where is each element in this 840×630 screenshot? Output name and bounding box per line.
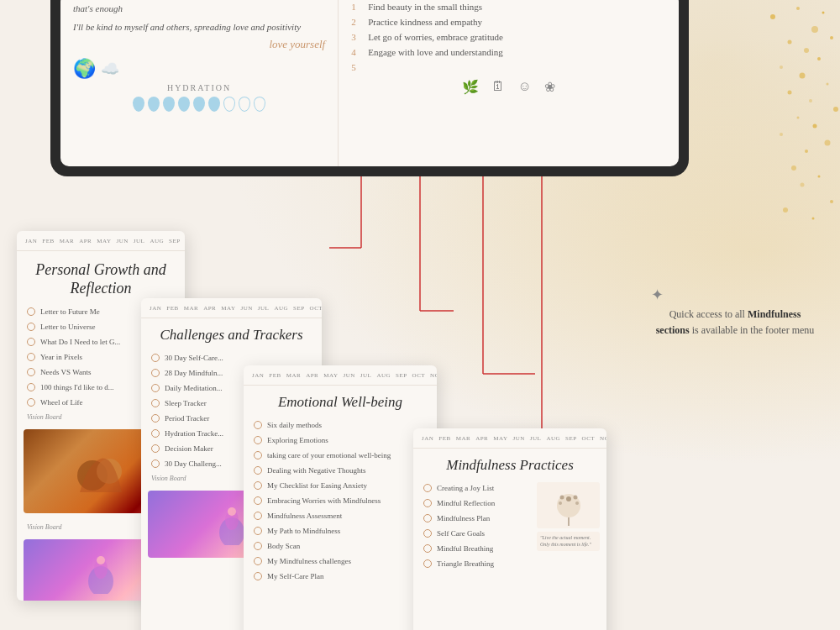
drop-3 — [163, 97, 175, 112]
hydration-label: HYDRATION — [73, 83, 325, 92]
challenges-title: Challenges and Trackers — [141, 318, 322, 350]
bullet-icon — [151, 414, 160, 423]
emotional-item-10[interactable]: My Mindfulness challenges — [244, 554, 437, 569]
svg-point-13 — [833, 107, 838, 112]
bullet-icon — [254, 481, 262, 490]
bullet-icon — [151, 384, 160, 392]
svg-point-17 — [825, 140, 831, 146]
tablet-item-2: 2 Practice kindness and empathy — [351, 17, 666, 27]
emotional-item-6[interactable]: Embracing Worries with Mindfulness — [244, 493, 437, 508]
emotional-item-7[interactable]: Mindfulness Assessment — [244, 508, 437, 523]
svg-point-19 — [791, 165, 796, 171]
smile-icon: ☺ — [517, 79, 531, 95]
bullet-icon — [423, 499, 432, 507]
bullet-icon — [254, 527, 262, 535]
tablet-text2: I'll be kind to myself and others, sprea… — [73, 20, 325, 34]
drop-1 — [133, 97, 144, 112]
svg-point-1 — [796, 7, 800, 10]
svg-point-14 — [797, 117, 800, 119]
svg-point-48 — [575, 501, 579, 505]
svg-point-7 — [780, 66, 783, 69]
tablet-item-4: 4 Engage with love and understanding — [351, 47, 666, 57]
calendar-icon: 🗓 — [491, 79, 505, 95]
tablet-text1: that's enough — [73, 2, 325, 16]
emotional-item-9[interactable]: Body Scan — [244, 538, 437, 554]
svg-point-6 — [830, 36, 833, 39]
svg-point-16 — [780, 133, 783, 136]
lotus-icon: ❀ — [544, 79, 555, 95]
bullet-icon — [151, 459, 160, 468]
svg-point-3 — [788, 40, 792, 45]
tablet-right-column: 1 Find beauty in the small things 2 Prac… — [339, 0, 679, 166]
tablet-love-text: love yourself — [73, 38, 325, 51]
svg-point-40 — [228, 507, 236, 516]
challenges-item-1[interactable]: 30 Day Self-Care... — [141, 350, 322, 365]
bullet-icon — [151, 399, 160, 407]
svg-point-12 — [809, 99, 812, 102]
card-mindfulness-practices: JAN FEB MAR APR MAY JUN JUL AUG SEP OCT … — [413, 428, 606, 630]
mindfulness-title: Mindfulness Practices — [413, 449, 606, 480]
bullet-icon — [151, 354, 160, 362]
mindfulness-quote-card: "Live the actual moment. Only this momen… — [537, 482, 600, 551]
tablet-left-column: that's enough I'll be kind to myself and… — [60, 0, 339, 166]
spa-icon: 🌿 — [462, 79, 479, 95]
bullet-icon — [254, 557, 262, 565]
drop-4 — [178, 97, 190, 112]
svg-point-9 — [817, 57, 821, 60]
svg-point-10 — [827, 83, 829, 86]
svg-point-20 — [818, 176, 821, 178]
bullet-icon — [27, 307, 35, 316]
tablet-item-1: 1 Find beauty in the small things — [351, 2, 666, 12]
svg-point-44 — [566, 496, 571, 501]
bullet-icon — [254, 451, 262, 459]
bullet-icon — [423, 514, 432, 522]
emotional-item-4[interactable]: Dealing with Negative Thoughts — [244, 463, 437, 478]
water-drops — [73, 97, 325, 112]
tablet-item-3: 3 Let go of worries, embrace gratitude — [351, 32, 666, 42]
svg-point-18 — [805, 150, 808, 153]
bullet-icon — [423, 559, 432, 568]
quote-text: "Live the actual moment. Only this momen… — [537, 532, 600, 551]
svg-point-15 — [813, 124, 817, 129]
mindfulness-item-6[interactable]: Triangle Breathing — [413, 556, 606, 571]
emotional-item-2[interactable]: Exploring Emotions — [244, 433, 437, 448]
bullet-icon — [254, 572, 262, 580]
bullet-icon — [27, 353, 35, 361]
bullet-icon — [151, 444, 160, 453]
emotional-month-nav: JAN FEB MAR APR MAY JUN JUL AUG SEP OCT … — [244, 365, 437, 386]
bullet-icon — [423, 544, 432, 553]
bullet-icon — [27, 323, 35, 331]
personal-growth-title: Personal Growth and Reflection — [17, 251, 185, 304]
info-text-end: is available in the footer menu — [690, 324, 815, 336]
emotional-item-8[interactable]: My Path to Mindfulness — [244, 523, 437, 538]
svg-point-45 — [560, 496, 564, 500]
emotional-item-3[interactable]: taking care of your emotional well-being — [244, 448, 437, 463]
tablet-device: that's enough I'll be kind to myself and… — [50, 0, 689, 176]
emotional-item-11[interactable]: My Self-Care Plan — [244, 569, 437, 584]
bullet-icon — [27, 368, 35, 376]
challenges-month-nav: JAN FEB MAR APR MAY JUN JUL AUG SEP OCT … — [141, 298, 322, 318]
tablet-item-5: 5 — [351, 62, 666, 72]
card-emotional-wellbeing: JAN FEB MAR APR MAY JUN JUL AUG SEP OCT … — [244, 365, 437, 630]
bullet-icon — [254, 542, 262, 550]
bullet-icon — [254, 496, 262, 505]
mindfulness-month-nav: JAN FEB MAR APR MAY JUN JUL AUG SEP OCT … — [413, 428, 606, 449]
tablet-icons: 🌿 🗓 ☺ ❀ — [351, 79, 666, 95]
drop-9 — [254, 97, 265, 112]
svg-point-0 — [770, 14, 775, 19]
info-text-block: Quick access to all Mindfulness sections… — [655, 307, 815, 339]
bullet-icon — [27, 383, 35, 391]
emotional-item-1[interactable]: Six daily methods — [244, 417, 437, 433]
bullet-icon — [254, 421, 262, 429]
bullet-icon — [27, 338, 35, 346]
bullet-icon — [254, 436, 262, 444]
drop-7 — [223, 97, 235, 112]
bullet-icon — [254, 466, 262, 475]
svg-point-4 — [822, 12, 825, 14]
svg-point-47 — [559, 501, 562, 505]
drop-5 — [193, 97, 205, 112]
svg-point-8 — [800, 73, 806, 79]
emotional-item-5[interactable]: My Checklist for Easing Anxiety — [244, 478, 437, 493]
bullet-icon — [254, 512, 262, 520]
svg-point-37 — [97, 556, 105, 564]
